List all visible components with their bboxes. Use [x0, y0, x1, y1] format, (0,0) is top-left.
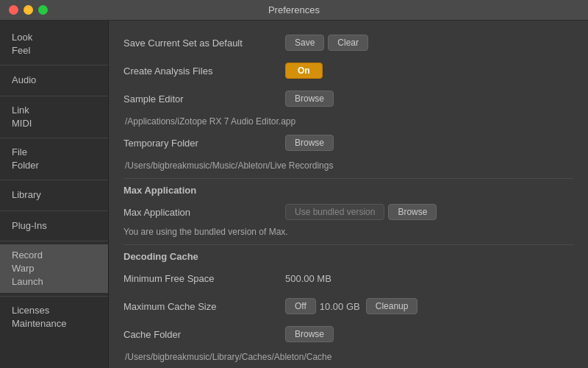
- cleanup-button[interactable]: Cleanup: [366, 298, 418, 314]
- save-current-set-label: Save Current Set as Default: [123, 38, 285, 49]
- sample-editor-path: /Applications/iZotope RX 7 Audio Editor.…: [123, 116, 573, 127]
- window-controls[interactable]: [9, 5, 48, 15]
- title-bar: Preferences: [0, 0, 588, 21]
- sidebar-item-plugins[interactable]: Plug-Ins: [0, 214, 108, 238]
- cache-folder-label: Cache Folder: [123, 329, 285, 340]
- cache-size-value: 10.00 GB: [320, 301, 360, 312]
- max-application-row: Max Application Use bundled version Brow…: [123, 202, 573, 222]
- sidebar-item-look[interactable]: LookFeel: [0, 26, 108, 62]
- max-browse-button[interactable]: Browse: [388, 204, 437, 220]
- max-application-note: You are using the bundled version of Max…: [123, 227, 573, 237]
- max-application-header: Max Application: [123, 178, 573, 196]
- sidebar-divider-5: [0, 210, 108, 211]
- cache-folder-path: /Users/bigbreakmusic/Library/Caches/Able…: [123, 352, 573, 362]
- temp-folder-path: /Users/bigbreakmusic/Music/Ableton/Live …: [123, 160, 573, 171]
- off-button[interactable]: Off: [285, 298, 316, 314]
- min-free-space-value: 500.00 MB: [285, 273, 331, 284]
- sidebar-item-licenses[interactable]: LicensesMaintenance: [0, 300, 108, 335]
- create-analysis-row: Create Analysis Files On: [123, 60, 573, 81]
- main-layout: LookFeel Audio LinkMIDI FileFolder Libra…: [0, 21, 588, 368]
- save-button[interactable]: Save: [285, 35, 324, 51]
- max-cache-size-label: Maximum Cache Size: [123, 301, 285, 312]
- temp-folder-row: Temporary Folder Browse: [123, 132, 573, 153]
- on-button[interactable]: On: [285, 63, 323, 79]
- min-free-space-row: Minimum Free Space 500.00 MB: [123, 268, 573, 289]
- cache-folder-browse-button[interactable]: Browse: [285, 326, 334, 342]
- sidebar-divider-6: [0, 241, 108, 241]
- minimize-button[interactable]: [24, 5, 33, 15]
- sidebar-divider-2: [0, 96, 108, 96]
- cache-folder-row: Cache Folder Browse: [123, 324, 573, 344]
- sidebar-item-audio[interactable]: Audio: [0, 68, 108, 92]
- max-cache-size-row: Maximum Cache Size Off 10.00 GB Cleanup: [123, 296, 573, 316]
- max-application-label: Max Application: [123, 207, 285, 218]
- sidebar-divider: [0, 65, 108, 66]
- sample-editor-browse-button[interactable]: Browse: [285, 91, 334, 107]
- create-analysis-label: Create Analysis Files: [123, 66, 285, 77]
- sidebar-item-link[interactable]: LinkMIDI: [0, 99, 108, 135]
- sidebar-divider-7: [0, 296, 108, 297]
- sidebar-divider-3: [0, 138, 108, 138]
- sidebar-item-record[interactable]: RecordWarpLaunch: [0, 244, 108, 294]
- sample-editor-label: Sample Editor: [123, 93, 285, 105]
- use-bundled-button[interactable]: Use bundled version: [285, 204, 384, 220]
- min-free-space-label: Minimum Free Space: [123, 273, 285, 284]
- window-title: Preferences: [268, 4, 320, 15]
- temp-folder-label: Temporary Folder: [123, 138, 285, 149]
- content-area: Save Current Set as Default Save Clear C…: [109, 21, 588, 368]
- sidebar: LookFeel Audio LinkMIDI FileFolder Libra…: [0, 21, 109, 368]
- temp-folder-browse-button[interactable]: Browse: [285, 135, 334, 151]
- sidebar-item-library[interactable]: Library: [0, 183, 108, 207]
- sample-editor-row: Sample Editor Browse: [123, 88, 573, 109]
- decoding-cache-header: Decoding Cache: [123, 244, 573, 262]
- sidebar-divider-4: [0, 180, 108, 180]
- close-button[interactable]: [9, 5, 18, 15]
- clear-button[interactable]: Clear: [328, 35, 368, 51]
- maximize-button[interactable]: [38, 5, 48, 15]
- sidebar-item-file[interactable]: FileFolder: [0, 141, 108, 177]
- save-current-set-row: Save Current Set as Default Save Clear: [123, 32, 573, 53]
